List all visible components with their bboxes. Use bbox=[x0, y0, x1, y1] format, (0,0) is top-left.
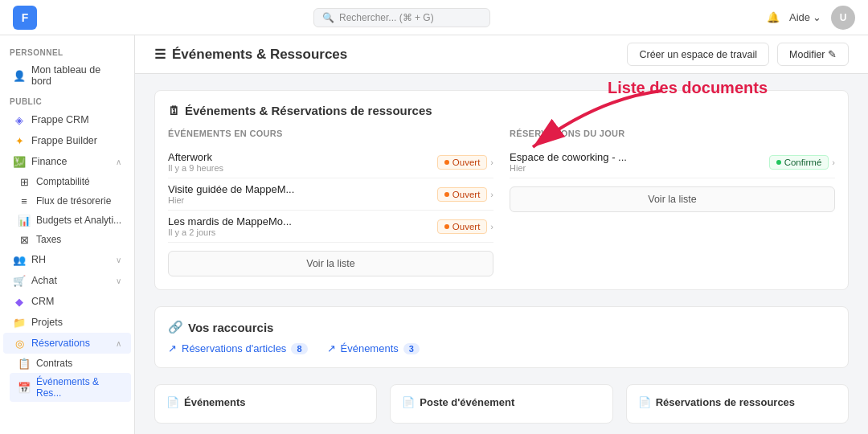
doc-card-title: 📄 Événements bbox=[166, 396, 365, 408]
hamburger-icon[interactable]: ☰ bbox=[154, 47, 166, 62]
events-section-title: Événements en cours bbox=[168, 129, 493, 138]
sidebar-item-flux[interactable]: ≡ Flux de trésorerie bbox=[10, 191, 131, 211]
doc-icon: 📄 bbox=[166, 396, 179, 408]
shortcuts-widget: 🔗 Vos raccourcis ↗ Réservations d'articl… bbox=[154, 306, 849, 368]
sidebar-item-dashboard[interactable]: 👤 Mon tableau de bord bbox=[3, 60, 131, 91]
event-info: Afterwork Il y a 9 heures bbox=[168, 151, 437, 173]
shortcuts-icon: 🔗 bbox=[168, 320, 183, 334]
status-badge-open[interactable]: Ouvert bbox=[437, 155, 488, 170]
crm2-icon: ◆ bbox=[13, 295, 26, 308]
event-row-visite: Visite guidée de MappeM... Hier Ouvert › bbox=[168, 178, 493, 211]
sidebar-item-frappe-builder[interactable]: ✦ Frappe Builder bbox=[3, 130, 131, 151]
event-chevron-icon[interactable]: › bbox=[490, 222, 493, 231]
chevron-down-icon: ⌄ bbox=[813, 11, 821, 23]
doc-card-title-text: Événements bbox=[184, 396, 246, 408]
status-badge-open2[interactable]: Ouvert bbox=[437, 187, 488, 202]
status-label: Confirmé bbox=[784, 158, 822, 167]
widget-two-col: Événements en cours Afterwork Il y a 9 h… bbox=[168, 129, 835, 276]
event-row-afterwork: Afterwork Il y a 9 heures Ouvert › bbox=[168, 146, 493, 178]
sidebar-item-label: Projets bbox=[31, 317, 63, 328]
sidebar-item-frappe-crm[interactable]: ◈ Frappe CRM bbox=[3, 109, 131, 130]
doc-card-title: 📄 Poste d'événement bbox=[402, 396, 600, 408]
doc-card-title: 📄 Réservations de ressources bbox=[638, 396, 837, 408]
sidebar-item-taxes[interactable]: ⊠ Taxes bbox=[10, 230, 131, 249]
doc-card-title-text: Poste d'événement bbox=[420, 396, 514, 408]
bell-icon[interactable]: 🔔 bbox=[767, 11, 780, 23]
doc-card-evenements[interactable]: 📄 Événements bbox=[154, 384, 377, 424]
modifier-button[interactable]: Modifier ✎ bbox=[777, 43, 849, 66]
sidebar-item-comptabilite[interactable]: ⊞ Comptabilité bbox=[10, 172, 131, 191]
reservations-submenu: 📋 Contrats 📅 Événements & Res... bbox=[0, 354, 134, 402]
sidebar-item-label: CRM bbox=[31, 296, 54, 307]
create-workspace-button[interactable]: Créer un espace de travail bbox=[627, 43, 769, 66]
doc-list: 📄 Événements 📄 Poste d'événement 📄 bbox=[154, 384, 849, 424]
sidebar-item-label: RH bbox=[31, 254, 46, 265]
page-title: ☰ Événements & Ressources bbox=[154, 47, 347, 63]
sidebar-item-crm[interactable]: ◆ CRM bbox=[3, 291, 131, 312]
sidebar-item-reservations[interactable]: ◎ Réservations ∧ bbox=[3, 333, 131, 354]
topbar: F 🔍 Rechercher... (⌘ + G) 🔔 Aide ⌄ U bbox=[0, 0, 868, 35]
shortcut-evenements[interactable]: ↗ Événements 3 bbox=[327, 342, 420, 354]
events-column: Événements en cours Afterwork Il y a 9 h… bbox=[168, 129, 493, 276]
event-time: Il y a 9 heures bbox=[168, 163, 437, 173]
shortcut-reservations[interactable]: ↗ Réservations d'articles 8 bbox=[168, 342, 308, 354]
event-time: Hier bbox=[168, 195, 437, 205]
doc-card-reservations[interactable]: 📄 Réservations de ressources bbox=[626, 384, 849, 424]
help-button[interactable]: Aide ⌄ bbox=[789, 11, 821, 23]
event-time: Il y a 2 jours bbox=[168, 227, 437, 237]
event-info: Espace de coworking - ... Hier bbox=[510, 151, 769, 173]
user-avatar[interactable]: U bbox=[831, 6, 855, 30]
event-name: Visite guidée de MappeM... bbox=[168, 183, 437, 195]
shortcut-label: Événements bbox=[341, 342, 399, 354]
shortcut-arrow-icon: ↗ bbox=[168, 342, 177, 354]
event-chevron-icon[interactable]: › bbox=[490, 158, 493, 167]
shortcuts-title-text: Vos raccourcis bbox=[188, 321, 273, 334]
event-chevron-icon[interactable]: › bbox=[832, 158, 835, 167]
sidebar-item-label: Achat bbox=[31, 275, 57, 286]
sidebar-item-contrats[interactable]: 📋 Contrats bbox=[10, 354, 131, 373]
chevron-down-icon2: ∨ bbox=[116, 276, 121, 285]
event-info: Les mardis de MappeMo... Il y a 2 jours bbox=[168, 215, 437, 237]
doc-card-title-text: Réservations de ressources bbox=[656, 396, 795, 408]
projets-icon: 📁 bbox=[13, 316, 26, 329]
event-chevron-icon[interactable]: › bbox=[490, 190, 493, 199]
sidebar-item-achat[interactable]: 🛒 Achat ∨ bbox=[3, 270, 131, 291]
sidebar-item-rh[interactable]: 👥 RH ∨ bbox=[3, 249, 131, 270]
sidebar-item-label: Réservations bbox=[31, 338, 90, 349]
voir-liste-reservations-button[interactable]: Voir la liste bbox=[510, 186, 835, 212]
dashboard-icon: 👤 bbox=[13, 69, 26, 82]
chevron-down-icon: ∨ bbox=[116, 256, 121, 264]
builder-icon: ✦ bbox=[13, 134, 26, 147]
sidebar-item-finance[interactable]: 💹 Finance ∧ bbox=[3, 151, 131, 172]
sidebar-section-personnel: PERSONNEL bbox=[0, 42, 134, 60]
budgets-icon: 📊 bbox=[18, 214, 31, 227]
topbar-left: F bbox=[13, 6, 37, 30]
topbar-right: 🔔 Aide ⌄ U bbox=[767, 6, 855, 30]
comptabilite-icon: ⊞ bbox=[18, 175, 31, 188]
crm-icon: ◈ bbox=[13, 113, 26, 126]
annotation-text: Liste des documents bbox=[608, 79, 768, 97]
sidebar-item-budgets[interactable]: 📊 Budgets et Analyti... bbox=[10, 211, 131, 230]
shortcuts-row: ↗ Réservations d'articles 8 ↗ Événements… bbox=[168, 342, 835, 354]
frappe-logo[interactable]: F bbox=[13, 6, 37, 30]
sidebar-item-label: Comptabilité bbox=[36, 176, 90, 187]
achat-icon: 🛒 bbox=[13, 274, 26, 287]
voir-liste-events-button[interactable]: Voir la liste bbox=[168, 251, 493, 276]
layout: PERSONNEL 👤 Mon tableau de bord PUBLIC ◈… bbox=[0, 35, 868, 434]
reservations-section-title: Réservations du jour bbox=[510, 129, 835, 138]
doc-card-poste[interactable]: 📄 Poste d'événement bbox=[390, 384, 612, 424]
status-badge-open3[interactable]: Ouvert bbox=[437, 219, 488, 234]
sidebar-item-label: Finance bbox=[31, 156, 67, 167]
rh-icon: 👥 bbox=[13, 253, 26, 266]
search-bar[interactable]: 🔍 Rechercher... (⌘ + G) bbox=[313, 8, 490, 27]
event-name: Les mardis de MappeMo... bbox=[168, 215, 437, 227]
shortcuts-title: 🔗 Vos raccourcis bbox=[168, 320, 835, 334]
finance-icon: 💹 bbox=[13, 155, 26, 168]
sidebar-item-projets[interactable]: 📁 Projets bbox=[3, 312, 131, 333]
shortcut-count: 8 bbox=[291, 343, 307, 354]
sidebar-item-evenements-res[interactable]: 📅 Événements & Res... bbox=[10, 373, 131, 402]
taxes-icon: ⊠ bbox=[18, 233, 31, 246]
sidebar-item-label: Mon tableau de bord bbox=[31, 64, 121, 87]
help-label: Aide bbox=[789, 11, 810, 23]
status-badge-confirmed[interactable]: Confirmé bbox=[769, 155, 829, 170]
